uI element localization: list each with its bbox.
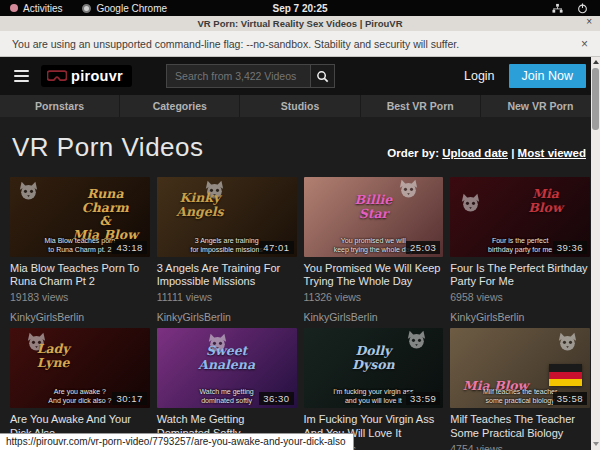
thumbnail-overlay-title: Lady Lyne bbox=[14, 342, 92, 369]
video-thumbnail[interactable]: Dolly Dyson I'm fucking your virgin ass … bbox=[304, 328, 444, 408]
duration-badge: 39:36 bbox=[553, 241, 587, 254]
thumbnail-overlay-title: Sweet Analena bbox=[157, 344, 297, 371]
thumbnail-overlay-title: Dolly Dyson bbox=[304, 344, 444, 371]
video-title[interactable]: 3 Angels Are Training For Impossible Mis… bbox=[157, 262, 297, 288]
order-by: Order by: Upload date | Most viewed bbox=[387, 147, 586, 163]
site-nav: PornstarsCategoriesStudiosBest VR PornNe… bbox=[0, 95, 600, 117]
nav-item-categories[interactable]: Categories bbox=[120, 95, 240, 117]
nav-item-best-vr-porn[interactable]: Best VR Porn bbox=[361, 95, 481, 117]
video-grid: Runa Charm & Mia Blow Mia Blow teaches p… bbox=[0, 177, 600, 450]
duration-badge: 36:30 bbox=[259, 392, 293, 405]
video-card[interactable]: Lady Lyne Are you awake ? And your dick … bbox=[10, 328, 150, 450]
join-now-button[interactable]: Join Now bbox=[509, 64, 586, 88]
duration-badge: 30:17 bbox=[112, 392, 146, 405]
order-by-most-viewed-link[interactable]: Most viewed bbox=[518, 147, 586, 159]
focused-app-menu[interactable]: Google Chrome bbox=[72, 3, 177, 14]
window-title: VR Porn: Virtual Reality Sex Videos | Pi… bbox=[197, 18, 402, 29]
video-thumbnail[interactable]: Sweet Analena Watch me getting dominated… bbox=[157, 328, 297, 408]
page-title: VR Porn Videos bbox=[12, 132, 204, 163]
nav-item-new-vr-porn[interactable]: New VR Porn bbox=[481, 95, 600, 117]
duration-badge: 47:01 bbox=[259, 241, 293, 254]
system-tray[interactable] bbox=[552, 3, 600, 14]
window-title-bar[interactable]: VR Porn: Virtual Reality Sex Videos | Pi… bbox=[0, 16, 600, 31]
search-bar bbox=[166, 64, 335, 88]
activities-button[interactable]: Activities bbox=[0, 3, 72, 14]
video-title[interactable]: You Promised We Will Keep Trying The Who… bbox=[304, 262, 444, 288]
activities-label: Activities bbox=[23, 3, 62, 14]
thumbnail-overlay-title: Billie Star bbox=[304, 193, 444, 220]
duration-badge: 33:59 bbox=[406, 392, 440, 405]
scrollbar-down-arrow-icon[interactable] bbox=[591, 439, 600, 449]
status-url-tooltip: https://pirouvr.com/vr-porn-video/779325… bbox=[0, 433, 354, 450]
video-thumbnail[interactable]: Lady Lyne Are you awake ? And your dick … bbox=[10, 328, 150, 408]
heading-row: VR Porn Videos Order by: Upload date | M… bbox=[0, 117, 600, 177]
site-header: pirouvr Login Join Now bbox=[0, 57, 600, 95]
thumbnail-overlay-title: Mia Blow bbox=[505, 187, 586, 214]
order-by-separator: | bbox=[508, 147, 518, 159]
scrollbar-up-arrow-icon[interactable] bbox=[591, 57, 600, 67]
studio-cat-logo-icon bbox=[460, 193, 481, 212]
system-top-bar: Activities Google Chrome Sep 7 20:25 bbox=[0, 0, 600, 16]
video-title[interactable]: Four Is The Perfect Birthday Party For M… bbox=[450, 262, 590, 288]
video-card[interactable]: Sweet Analena Watch me getting dominated… bbox=[157, 328, 297, 450]
video-card[interactable]: Dolly Dyson I'm fucking your virgin ass … bbox=[304, 328, 444, 450]
thumbnail-overlay-title: Runa Charm & Mia Blow bbox=[65, 187, 146, 241]
order-by-label: Order by: bbox=[387, 147, 439, 159]
order-by-upload-date-link[interactable]: Upload date bbox=[442, 147, 508, 159]
video-card[interactable]: Billie Star You promised we will keep tr… bbox=[304, 177, 444, 323]
nav-item-pornstars[interactable]: Pornstars bbox=[0, 95, 120, 117]
video-card[interactable]: Kinky Angels 3 Angels are training for i… bbox=[157, 177, 297, 323]
window-close-icon[interactable]: × bbox=[586, 16, 592, 27]
activities-icon bbox=[10, 4, 18, 12]
vr-goggles-icon bbox=[47, 70, 67, 83]
infobar-close-icon[interactable]: × bbox=[581, 37, 588, 51]
scrollbar-thumb[interactable] bbox=[592, 68, 599, 130]
video-card[interactable]: Mia Blow Milf teaches the teacher some p… bbox=[450, 328, 590, 450]
clock[interactable]: Sep 7 20:25 bbox=[272, 3, 327, 14]
video-thumbnail[interactable]: Billie Star You promised we will keep tr… bbox=[304, 177, 444, 257]
video-card[interactable]: Runa Charm & Mia Blow Mia Blow teaches p… bbox=[10, 177, 150, 323]
studio-link[interactable]: KinkyGirlsBerlin bbox=[304, 311, 444, 323]
login-link[interactable]: Login bbox=[464, 69, 495, 83]
app-name-label: Google Chrome bbox=[96, 3, 167, 14]
scrollbar[interactable] bbox=[591, 57, 600, 450]
logo-text: pirouvr bbox=[71, 68, 123, 84]
video-thumbnail[interactable]: Mia Blow Four is the perfect birthday pa… bbox=[450, 177, 590, 257]
view-count: 6958 views bbox=[450, 291, 590, 303]
studio-link[interactable]: KinkyGirlsBerlin bbox=[450, 311, 590, 323]
video-thumbnail[interactable]: Runa Charm & Mia Blow Mia Blow teaches p… bbox=[10, 177, 150, 257]
screen: Activities Google Chrome Sep 7 20:25 VR … bbox=[0, 0, 600, 450]
view-count: 11326 views bbox=[304, 291, 444, 303]
nav-item-studios[interactable]: Studios bbox=[240, 95, 360, 117]
site-logo[interactable]: pirouvr bbox=[41, 65, 132, 87]
chrome-infobar: You are using an unsupported command-lin… bbox=[0, 31, 600, 57]
video-thumbnail[interactable]: Kinky Angels 3 Angels are training for i… bbox=[157, 177, 297, 257]
studio-link[interactable]: KinkyGirlsBerlin bbox=[10, 311, 150, 323]
infobar-message: You are using an unsupported command-lin… bbox=[12, 38, 459, 50]
video-card[interactable]: Mia Blow Four is the perfect birthday pa… bbox=[450, 177, 590, 323]
view-count: 19183 views bbox=[10, 291, 150, 303]
view-count: 4754 views bbox=[450, 443, 590, 450]
studio-link[interactable]: KinkyGirlsBerlin bbox=[157, 311, 297, 323]
network-icon bbox=[552, 3, 563, 14]
power-icon bbox=[577, 3, 588, 14]
video-thumbnail[interactable]: Mia Blow Milf teaches the teacher some p… bbox=[450, 328, 590, 408]
chrome-icon bbox=[82, 4, 91, 13]
duration-badge: 35:58 bbox=[553, 392, 587, 405]
hamburger-menu-icon[interactable] bbox=[14, 70, 29, 82]
view-count: 11111 views bbox=[157, 291, 297, 303]
studio-cat-logo-icon bbox=[18, 181, 39, 200]
duration-badge: 25:03 bbox=[406, 241, 440, 254]
search-input[interactable] bbox=[167, 65, 310, 87]
video-title[interactable]: Milf Teaches The Teacher Some Practical … bbox=[450, 413, 590, 439]
video-title[interactable]: Mia Blow Teaches Porn To Runa Charm Pt 2 bbox=[10, 262, 150, 288]
search-icon bbox=[316, 70, 329, 83]
search-button[interactable] bbox=[310, 65, 334, 87]
thumbnail-overlay-title: Kinky Angels bbox=[161, 191, 239, 218]
duration-badge: 43:18 bbox=[112, 241, 146, 254]
german-flag-icon bbox=[549, 364, 582, 386]
studio-cat-logo-icon bbox=[557, 332, 578, 351]
